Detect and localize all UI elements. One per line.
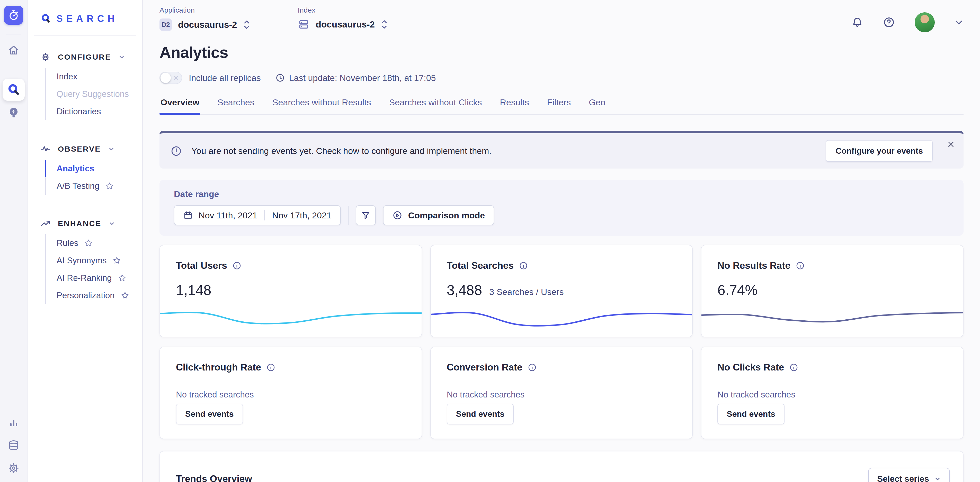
chevron-down-icon [108, 146, 115, 152]
filter-button[interactable] [356, 205, 376, 225]
configure-events-button[interactable]: Configure your events [826, 140, 933, 162]
app-launcher-tile[interactable] [4, 6, 23, 25]
last-update-text: Last update: November 18th, at 17:05 [289, 73, 436, 83]
application-selector-value: docusaurus-2 [178, 19, 237, 30]
star-icon [105, 182, 114, 190]
search-product-tile[interactable] [3, 79, 25, 101]
chevron-down-icon [118, 54, 125, 60]
card-conversion-rate: Conversion Rate No tracked searches Send… [430, 347, 693, 439]
info-icon[interactable] [528, 363, 537, 372]
sidebar-item-ab-testing[interactable]: A/B Testing [45, 177, 142, 195]
gear-icon [40, 52, 51, 62]
nav-group-configure-header[interactable]: CONFIGURE [40, 52, 142, 62]
sidebar-item-label: AI Re-Ranking [57, 273, 112, 283]
monitoring-icon[interactable] [8, 417, 19, 428]
tab-overview[interactable]: Overview [159, 97, 200, 114]
tab-geo[interactable]: Geo [588, 97, 606, 114]
search-logo[interactable]: SEARCH [27, 0, 142, 24]
comparison-mode-button[interactable]: Comparison mode [383, 205, 494, 225]
sidebar-item-ai-re-ranking[interactable]: AI Re-Ranking [45, 269, 142, 287]
close-icon[interactable] [945, 138, 957, 150]
stopwatch-icon [8, 9, 19, 21]
notifications-bell-icon[interactable] [851, 16, 863, 28]
account-chevron-down-icon[interactable] [954, 18, 964, 27]
info-icon[interactable] [789, 363, 799, 372]
tab-results[interactable]: Results [499, 97, 530, 114]
data-icon[interactable] [8, 439, 19, 451]
avatar[interactable] [915, 12, 935, 32]
updown-chevrons-icon [243, 19, 250, 30]
include-replicas-toggle[interactable]: ✕ [159, 72, 182, 84]
date-range-panel: Date range Nov 11th, 2021 Nov 17th, 2021 [159, 180, 964, 236]
date-range-button[interactable]: Nov 11th, 2021 Nov 17th, 2021 [174, 205, 341, 225]
nav-group-enhance-header[interactable]: ENHANCE [40, 219, 142, 229]
card-value: 1,148 [176, 282, 212, 298]
tab-searches-without-clicks[interactable]: Searches without Clicks [388, 97, 483, 114]
nav-group-label: ENHANCE [58, 219, 101, 228]
tab-filters[interactable]: Filters [546, 97, 572, 114]
sidebar-item-query-suggestions[interactable]: Query Suggestions [45, 85, 142, 103]
recommend-icon[interactable] [8, 106, 20, 119]
application-selector[interactable]: Application D2 docusaurus-2 [159, 6, 250, 31]
tab-searches-without-results[interactable]: Searches without Results [271, 97, 372, 114]
date-separator [264, 210, 265, 220]
sidebar-item-label: AI Synonyms [57, 256, 107, 265]
sparkline-no-results-rate [701, 302, 964, 331]
tab-searches[interactable]: Searches [216, 97, 255, 114]
pulse-icon [40, 144, 51, 154]
card-title: No Clicks Rate [718, 362, 784, 373]
sidebar-item-dictionaries[interactable]: Dictionaries [45, 103, 142, 120]
info-icon[interactable] [232, 261, 242, 270]
sidebar-item-label: Index [57, 72, 78, 81]
info-icon[interactable] [795, 261, 805, 270]
sidebar-item-ai-synonyms[interactable]: AI Synonyms [45, 252, 142, 269]
sidebar-item-analytics[interactable]: Analytics [45, 160, 142, 177]
banner-text: You are not sending events yet. Check ho… [191, 146, 492, 156]
card-title: No Results Rate [718, 260, 791, 271]
sidebar-item-personalization[interactable]: Personalization [45, 287, 142, 304]
send-events-button[interactable]: Send events [176, 404, 243, 425]
include-replicas-label: Include all replicas [189, 73, 261, 83]
sidebar-item-rules[interactable]: Rules [45, 234, 142, 252]
info-icon[interactable] [266, 363, 275, 372]
icon-rail [0, 0, 27, 482]
sidebar-item-index[interactable]: Index [45, 68, 142, 85]
date-controls: Nov 11th, 2021 Nov 17th, 2021 Comp [174, 205, 949, 225]
search-logo-icon [41, 14, 51, 24]
play-circle-icon [392, 210, 402, 220]
card-title: Total Users [176, 260, 227, 271]
index-selector-value: docusaurus-2 [316, 19, 375, 30]
card-value: 3,488 [447, 282, 482, 298]
select-series-button[interactable]: Select series [869, 468, 950, 482]
sidebar-item-label: Dictionaries [57, 107, 101, 116]
rail-divider [6, 34, 21, 35]
send-events-button[interactable]: Send events [718, 404, 784, 425]
nav-group-label: OBSERVE [58, 145, 101, 154]
card-status: No tracked searches [176, 390, 406, 400]
star-icon [113, 257, 121, 265]
topbar: Application D2 docusaurus-2 Index [159, 0, 964, 36]
toggle-x-icon: ✕ [173, 75, 179, 81]
sparkline-total-searches [430, 302, 693, 331]
info-icon[interactable] [519, 261, 528, 270]
card-click-through-rate: Click-through Rate No tracked searches S… [159, 347, 422, 439]
send-events-button[interactable]: Send events [447, 404, 514, 425]
trend-up-icon [40, 219, 51, 229]
sparkline-total-users [159, 302, 422, 331]
star-icon [121, 291, 129, 300]
help-icon[interactable] [883, 16, 895, 29]
server-icon [298, 19, 310, 30]
star-icon [118, 274, 126, 282]
application-badge: D2 [159, 19, 172, 31]
application-selector-label: Application [159, 6, 250, 14]
settings-gear-icon[interactable] [8, 462, 20, 474]
chevron-down-icon [934, 476, 941, 482]
trends-overview-title: Trends Overview [176, 474, 252, 482]
index-selector[interactable]: Index docusaurus-2 [298, 6, 388, 30]
sidebar-item-label: Personalization [57, 290, 115, 300]
sidebar-item-label: Rules [57, 238, 78, 248]
last-update: Last update: November 18th, at 17:05 [275, 73, 436, 83]
nav-group-enhance: ENHANCE Rules AI Synonyms [40, 219, 142, 304]
nav-group-observe-header[interactable]: OBSERVE [40, 144, 142, 154]
home-icon[interactable] [8, 44, 19, 56]
